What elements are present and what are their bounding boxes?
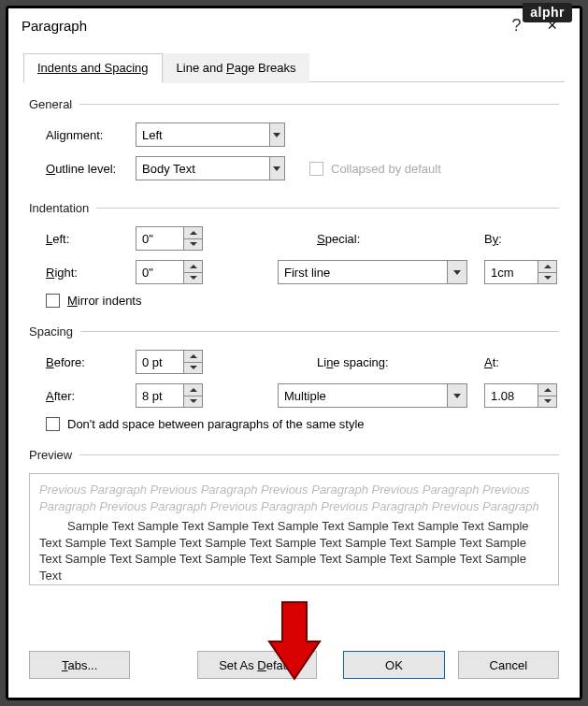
tab-line-page-breaks[interactable]: Line and Page Breaks: [163, 53, 310, 83]
spinner-up-icon[interactable]: [184, 351, 202, 363]
spinner-down-icon[interactable]: [184, 363, 202, 374]
outline-level-combo[interactable]: [136, 156, 285, 180]
spacing-header: Spacing: [29, 324, 80, 339]
spinner-up-icon[interactable]: [538, 261, 556, 273]
tabs-button[interactable]: Tabs...: [29, 651, 130, 679]
ok-button[interactable]: OK: [343, 651, 444, 679]
pointer-arrow-icon: [262, 597, 327, 681]
tab-strip: Indents and Spacing Line and Page Breaks: [8, 43, 580, 82]
by-label: By:: [484, 232, 559, 246]
paragraph-dialog: Paragraph ? × Indents and Spacing Line a…: [8, 8, 580, 698]
by-spinner[interactable]: [484, 260, 559, 284]
after-spinner[interactable]: [136, 383, 203, 408]
watermark: alphr: [523, 3, 572, 22]
spinner-down-icon[interactable]: [538, 396, 556, 408]
line-spacing-combo[interactable]: [278, 383, 467, 408]
svg-marker-0: [269, 602, 320, 679]
right-indent-label: Right:: [46, 266, 136, 280]
left-indent-spinner[interactable]: [136, 226, 203, 251]
chevron-down-icon[interactable]: [269, 122, 285, 147]
preview-header: Preview: [29, 448, 79, 462]
spinner-up-icon[interactable]: [184, 261, 202, 273]
section-spacing: Spacing Before: Line spacing: At:: [29, 324, 559, 431]
chevron-down-icon[interactable]: [447, 260, 467, 284]
before-spinner[interactable]: [136, 350, 203, 374]
no-add-space-checkbox[interactable]: Don't add space between paragraphs of th…: [46, 417, 365, 431]
right-indent-spinner[interactable]: [136, 260, 203, 284]
cancel-button[interactable]: Cancel: [458, 651, 559, 679]
general-header: General: [29, 97, 79, 111]
preview-box: Previous Paragraph Previous Paragraph Pr…: [29, 473, 559, 585]
spinner-down-icon[interactable]: [538, 273, 556, 284]
special-label: Special:: [317, 232, 467, 246]
titlebar: Paragraph ? ×: [8, 8, 580, 43]
left-indent-label: Left:: [46, 232, 136, 246]
spinner-down-icon[interactable]: [184, 396, 202, 408]
at-label: At:: [484, 355, 559, 369]
spinner-down-icon[interactable]: [184, 239, 202, 251]
spinner-down-icon[interactable]: [184, 273, 202, 284]
section-preview: Preview Previous Paragraph Previous Para…: [29, 448, 559, 585]
spinner-up-icon[interactable]: [184, 227, 202, 239]
alignment-input[interactable]: [136, 122, 269, 147]
section-general: General Alignment: Outline level:: [29, 97, 559, 180]
dialog-title: Paragraph: [22, 18, 87, 34]
line-spacing-label: Line spacing:: [317, 355, 467, 369]
indentation-header: Indentation: [29, 201, 96, 215]
after-label: After:: [46, 389, 136, 403]
mirror-indents-checkbox[interactable]: Mirror indents: [46, 294, 141, 308]
spinner-up-icon[interactable]: [538, 384, 556, 396]
at-spinner[interactable]: [484, 383, 559, 408]
alignment-combo[interactable]: [136, 122, 285, 147]
outline-label: Outline level:: [46, 162, 136, 176]
before-label: Before:: [46, 355, 136, 369]
special-combo[interactable]: [278, 260, 467, 284]
outline-input[interactable]: [136, 156, 269, 180]
chevron-down-icon[interactable]: [447, 383, 467, 408]
alignment-label: Alignment:: [46, 128, 136, 142]
spinner-up-icon[interactable]: [184, 384, 202, 396]
section-indentation: Indentation Left: Special: By:: [29, 201, 559, 308]
tab-indents-spacing[interactable]: Indents and Spacing: [23, 53, 163, 83]
collapsed-checkbox: Collapsed by default: [309, 162, 441, 176]
chevron-down-icon[interactable]: [269, 156, 285, 180]
